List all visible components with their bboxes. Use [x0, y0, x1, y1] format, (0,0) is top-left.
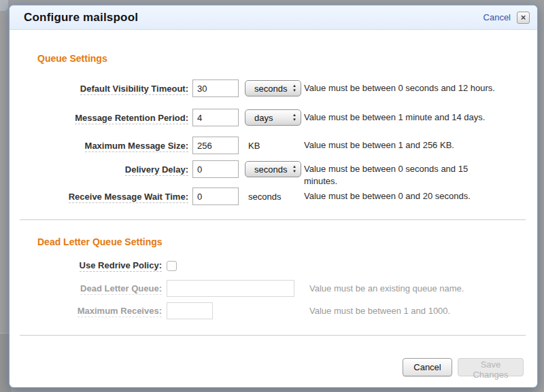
dead-letter-queue-row: Dead Letter Queue: Value must be an exis…: [10, 280, 537, 300]
close-icon[interactable]: ×: [517, 12, 530, 24]
use-redrive-policy-row: Use Redrive Policy:: [10, 260, 537, 280]
default-visibility-timeout-label: Default Visibility Timeout:: [10, 84, 188, 94]
save-changes-button[interactable]: Save Changes: [458, 358, 524, 376]
receive-message-wait-time-input[interactable]: [192, 188, 239, 205]
field-help-text: Value must be between 0 and 20 seconds.: [304, 190, 496, 202]
maximum-message-size-input[interactable]: [192, 137, 239, 154]
maximum-receives-label: Maximum Receives:: [10, 306, 162, 316]
delivery-delay-row: Delivery Delay: seconds ▲▼ Value must be…: [10, 160, 537, 181]
receive-message-wait-time-unit-label: seconds: [248, 192, 281, 202]
select-updown-icon: ▲▼: [292, 84, 296, 93]
configure-queue-dialog: Configure mailspool Cancel × Queue Setti…: [10, 5, 537, 387]
dead-letter-queue-label: Dead Letter Queue:: [10, 283, 162, 293]
receive-message-wait-time-label: Receive Message Wait Time:: [10, 192, 188, 202]
select-updown-icon: ▲▼: [292, 164, 296, 174]
queue-settings-heading: Queue Settings: [37, 53, 107, 64]
field-help-text: Value must be an existing queue name.: [309, 283, 501, 295]
dialog-header: Configure mailspool Cancel ×: [10, 5, 537, 30]
use-redrive-policy-checkbox[interactable]: [167, 261, 177, 271]
select-updown-icon: ▲▼: [292, 113, 296, 122]
default-visibility-timeout-unit-select[interactable]: seconds ▲▼: [245, 80, 301, 96]
maximum-message-size-label: Maximum Message Size:: [10, 141, 188, 151]
field-help-text: Value must be between 1 minute and 14 da…: [304, 111, 496, 124]
maximum-receives-row: Maximum Receives: Value must be between …: [10, 302, 537, 323]
selected-unit: seconds: [254, 164, 287, 175]
background-page-fragment: [0, 0, 8, 11]
header-cancel-link[interactable]: Cancel: [483, 12, 511, 22]
field-help-text: Value must be between 1 and 256 KB.: [304, 139, 496, 152]
dialog-title: Configure mailspool: [24, 11, 138, 24]
use-redrive-policy-label: Use Redrive Policy:: [10, 260, 162, 270]
receive-message-wait-time-row: Receive Message Wait Time: seconds Value…: [10, 188, 537, 208]
field-help-text: Value must be between 0 seconds and 12 h…: [304, 82, 496, 94]
message-retention-period-label: Message Retention Period:: [10, 113, 188, 123]
maximum-message-size-row: Maximum Message Size: KB Value must be b…: [10, 137, 537, 157]
dead-letter-queue-settings-heading: Dead Letter Queue Settings: [37, 236, 163, 247]
message-retention-period-row: Message Retention Period: days ▲▼ Value …: [10, 109, 537, 129]
maximum-message-size-unit-label: KB: [248, 141, 260, 151]
footer-divider: [20, 335, 526, 336]
delivery-delay-unit-select[interactable]: seconds ▲▼: [245, 161, 301, 177]
default-visibility-timeout-row: Default Visibility Timeout: seconds ▲▼ V…: [10, 79, 537, 100]
delivery-delay-label: Delivery Delay:: [10, 164, 188, 175]
message-retention-period-input[interactable]: [192, 109, 239, 126]
maximum-receives-input[interactable]: [167, 302, 213, 319]
field-help-text: Value must be between 1 and 1000.: [309, 305, 501, 317]
delivery-delay-input[interactable]: [192, 160, 239, 178]
selected-unit: seconds: [254, 84, 287, 94]
selected-unit: days: [254, 113, 273, 123]
field-help-text: Value must be between 0 seconds and 15 m…: [304, 163, 496, 188]
message-retention-period-unit-select[interactable]: days ▲▼: [245, 109, 301, 126]
default-visibility-timeout-input[interactable]: [192, 79, 239, 97]
section-divider: [20, 219, 526, 220]
cancel-button[interactable]: Cancel: [403, 358, 452, 376]
dead-letter-queue-input[interactable]: [167, 280, 294, 297]
